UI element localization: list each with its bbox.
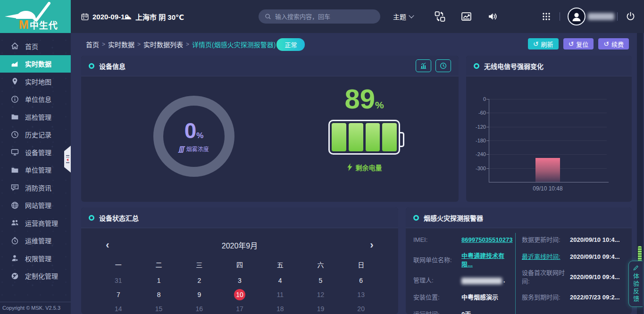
chevron-down-icon [409, 13, 414, 18]
calendar-day[interactable]: 11 [260, 288, 301, 302]
sidebar-item-operator-mgmt[interactable]: 运营商管理 [0, 214, 71, 232]
calendar-day[interactable]: 19 [301, 302, 341, 314]
theme-dropdown[interactable]: 主题 [393, 12, 413, 21]
topbar-date: 2020-09-10 [81, 13, 129, 21]
breadcrumb-separator: > [186, 41, 189, 48]
chart-view-button[interactable] [416, 59, 431, 72]
calendar-day[interactable]: 5 [301, 273, 341, 288]
detail-row: 联网单位名称:中粤通建技术有限... [413, 252, 511, 269]
sidebar-item-permission-mgmt[interactable]: 权限管理 [0, 249, 71, 267]
speaker-icon[interactable] [487, 11, 498, 22]
search-input[interactable] [275, 13, 374, 20]
history-time-button[interactable] [435, 59, 451, 72]
signal-chart-panel: 无线电信号强弱变化 0-60-120-180-240-30009/10 10:4… [466, 56, 632, 202]
sidebar-item-label: 首页 [25, 41, 38, 51]
logout-power-icon[interactable] [626, 12, 636, 22]
lightning-icon [347, 163, 353, 171]
search-box[interactable] [259, 9, 380, 24]
detail-value: 2022/07/23 09:2... [570, 293, 620, 302]
sidebar-item-label: 巡检管理 [25, 112, 51, 122]
battery-label: 剩余电量 [356, 163, 382, 172]
calendar-day[interactable]: 12 [301, 288, 341, 302]
breadcrumb-item[interactable]: 实时数据列表 [143, 40, 183, 49]
calendar-icon [81, 13, 89, 20]
panel-bullet-icon [474, 63, 479, 69]
sidebar-item-customization-mgmt[interactable]: 定制化管理 [0, 267, 71, 285]
sidebar-item-realtime-data[interactable]: 实时数据 [0, 55, 71, 73]
calendar-day[interactable]: 6 [341, 273, 381, 288]
breadcrumb-item[interactable]: 实时数据 [108, 40, 134, 49]
feedback-tab[interactable]: 体验反馈 [628, 261, 643, 307]
weekday-header: 六 [301, 256, 341, 273]
calendar-day[interactable]: 2 [179, 273, 219, 288]
sidebar-item-label: 设备管理 [25, 148, 51, 157]
calendar-day[interactable]: 4 [260, 273, 301, 288]
sidebar-item-fire-news[interactable]: 消防资讯 [0, 179, 71, 197]
chat-icon [11, 183, 19, 191]
sidebar-item-history[interactable]: 历史记录 [0, 126, 71, 144]
sidebar: 首页实时数据实时地图单位信息巡检管理历史记录设备管理单位管理消防资讯网站管理运营… [0, 33, 71, 314]
calendar-day-today[interactable]: 10 [219, 288, 260, 302]
signal-bar[interactable] [535, 158, 560, 182]
breadcrumb-item[interactable]: 详情页(烟感火灾探测报警器) [192, 40, 276, 49]
sidebar-item-inspection-mgmt[interactable]: 巡检管理 [0, 108, 71, 126]
detail-value-link[interactable]: 869975035510273 [461, 236, 512, 244]
panel-bullet-icon [89, 215, 94, 221]
refresh-button[interactable]: ↺刷新 [528, 38, 559, 50]
calendar-day[interactable]: 17 [219, 302, 260, 314]
sidebar-item-ops-mgmt[interactable]: 运维管理 [0, 232, 71, 250]
refresh-arrow-icon: ↺ [533, 41, 539, 47]
calendar-day[interactable]: 7 [98, 288, 139, 302]
smoke-value: 0 [184, 118, 197, 143]
breadcrumb-item[interactable]: 首页 [86, 40, 99, 49]
sidebar-item-home[interactable]: 首页 [0, 37, 71, 55]
app-logo[interactable]: M中生代 [0, 0, 71, 33]
target-icon [11, 272, 19, 280]
weekday-header: 四 [219, 256, 260, 273]
calendar-day[interactable]: 15 [139, 302, 179, 314]
sidebar-item-unit-info[interactable]: 单位信息 [0, 91, 71, 108]
reset-button[interactable]: ↺复位 [563, 38, 594, 50]
sidebar-item-label: 运维管理 [25, 236, 51, 245]
calendar-day[interactable]: 3 [219, 273, 260, 288]
device-info-panel: 设备信息 0% ʃʃʃ 烟雾浓度 89% 剩余电量 [81, 56, 459, 202]
users-icon [11, 219, 19, 227]
action-buttons: ↺刷新↺复位↺续费 [528, 38, 629, 50]
calendar-day[interactable]: 14 [98, 302, 139, 314]
sidebar-item-realtime-map[interactable]: 实时地图 [0, 73, 71, 91]
apps-grid-icon[interactable] [542, 12, 551, 21]
status-badge: 正常 [276, 38, 305, 51]
sidebar-item-unit-mgmt[interactable]: 单位管理 [0, 161, 71, 179]
calendar-day[interactable]: 18 [260, 302, 301, 314]
detail-label: 安装位置: [413, 293, 461, 302]
username-masked [588, 13, 614, 20]
detail-label[interactable]: 最近离线时间: [522, 253, 570, 261]
calendar-day[interactable]: 20 [341, 302, 381, 314]
calendar-day[interactable]: 1 [139, 273, 179, 288]
sidebar-item-label: 单位管理 [25, 165, 51, 174]
battery-cell [349, 123, 363, 151]
sidebar-item-label: 权限管理 [25, 254, 51, 263]
y-tick-label: -180 [467, 138, 486, 143]
calendar-day[interactable]: 16 [179, 302, 219, 314]
data-screen-icon[interactable] [461, 11, 472, 22]
renew-button[interactable]: ↺续费 [598, 38, 629, 50]
detail-row: 安装位置:中粤烟感演示 [413, 292, 511, 303]
calendar-day[interactable]: 8 [139, 288, 179, 302]
avatar[interactable] [568, 8, 585, 25]
prev-month-button[interactable]: ‹ [98, 240, 117, 250]
sidebar-item-device-mgmt[interactable]: 设备管理 [0, 143, 71, 161]
calendar-day[interactable]: 13 [341, 288, 381, 302]
next-month-button[interactable]: › [362, 240, 381, 250]
switch-system-icon[interactable] [435, 11, 445, 22]
chart-icon [11, 60, 19, 68]
feedback-label: 体验反馈 [631, 273, 640, 303]
calendar-day[interactable]: 9 [179, 288, 219, 302]
sidebar-item-website-mgmt[interactable]: 网站管理 [0, 197, 71, 215]
detail-value-link[interactable]: 中粤通建技术有限... [461, 252, 511, 269]
y-tick-label: -240 [467, 151, 486, 157]
calendar-month-title: 2020年9月 [117, 240, 362, 251]
refresh-arrow-icon: ↺ [603, 41, 609, 47]
detail-row: 运行时间:0天 [413, 309, 511, 314]
calendar-day[interactable]: 31 [98, 273, 139, 288]
